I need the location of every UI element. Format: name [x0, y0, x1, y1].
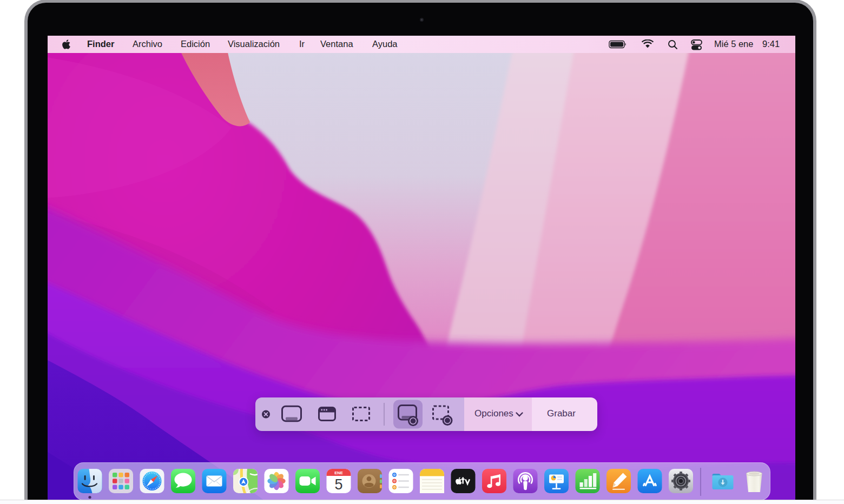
svg-text:ENE: ENE	[334, 470, 342, 475]
svg-text:5: 5	[334, 476, 342, 493]
